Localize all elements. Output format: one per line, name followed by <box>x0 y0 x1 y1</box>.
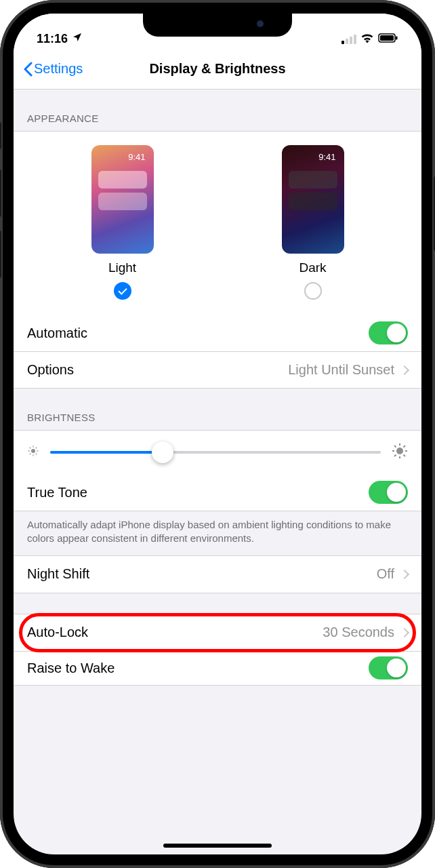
notch <box>143 14 292 37</box>
auto-lock-label: Auto-Lock <box>27 625 88 640</box>
preview-time: 9:41 <box>128 152 145 162</box>
svg-point-3 <box>31 449 35 453</box>
navigation-bar: Settings Display & Brightness <box>14 49 421 90</box>
light-radio[interactable] <box>114 282 131 300</box>
brightness-header: BRIGHTNESS <box>14 389 421 430</box>
svg-line-18 <box>404 455 406 457</box>
automatic-label: Automatic <box>27 326 87 341</box>
dark-label: Dark <box>299 260 326 275</box>
options-value: Light Until Sunset <box>288 362 394 378</box>
automatic-row: Automatic <box>14 315 421 351</box>
night-shift-value: Off <box>377 566 394 582</box>
raise-to-wake-row: Raise to Wake <box>14 651 421 685</box>
battery-icon <box>378 33 398 45</box>
true-tone-row: True Tone <box>14 474 421 511</box>
true-tone-label: True Tone <box>27 485 87 500</box>
options-row[interactable]: Options Light Until Sunset <box>14 351 421 388</box>
cellular-signal-icon <box>341 35 356 44</box>
home-indicator[interactable] <box>163 844 272 848</box>
automatic-toggle[interactable] <box>369 321 408 344</box>
svg-line-17 <box>394 446 396 448</box>
night-shift-label: Night Shift <box>27 566 89 582</box>
chevron-right-icon <box>400 569 409 578</box>
svg-line-11 <box>36 448 37 449</box>
auto-lock-value: 30 Seconds <box>323 625 394 640</box>
svg-rect-1 <box>380 35 394 41</box>
chevron-left-icon <box>23 62 33 77</box>
light-preview: 9:41 <box>91 145 154 254</box>
svg-line-9 <box>36 454 37 455</box>
brightness-slider[interactable] <box>50 451 381 454</box>
true-tone-toggle[interactable] <box>369 481 408 504</box>
svg-line-20 <box>404 446 406 448</box>
wifi-icon <box>360 33 374 46</box>
preview-time: 9:41 <box>318 152 335 162</box>
svg-point-12 <box>396 448 403 454</box>
brightness-thumb[interactable] <box>152 441 173 463</box>
volume-up-button <box>0 170 1 217</box>
raise-to-wake-label: Raise to Wake <box>27 660 115 676</box>
chevron-right-icon <box>400 627 409 637</box>
sun-small-icon <box>27 445 39 460</box>
phone-frame: 11:16 Settings <box>0 0 435 868</box>
back-button[interactable]: Settings <box>23 61 83 77</box>
dark-preview: 9:41 <box>282 145 344 254</box>
volume-down-button <box>0 231 1 278</box>
dark-radio[interactable] <box>304 282 322 300</box>
appearance-header: APPEARANCE <box>14 90 421 131</box>
screen: 11:16 Settings <box>14 14 421 854</box>
location-icon <box>72 32 83 46</box>
sun-large-icon <box>392 443 408 462</box>
raise-to-wake-toggle[interactable] <box>369 656 408 679</box>
true-tone-footer: Automatically adapt iPhone display based… <box>14 511 421 555</box>
light-label: Light <box>108 260 136 275</box>
auto-lock-row[interactable]: Auto-Lock 30 Seconds <box>14 614 421 651</box>
svg-line-10 <box>30 454 31 455</box>
back-label: Settings <box>34 61 83 77</box>
appearance-option-light[interactable]: 9:41 Light <box>91 145 154 300</box>
mute-switch <box>0 122 1 149</box>
night-shift-row[interactable]: Night Shift Off <box>14 556 421 593</box>
appearance-option-dark[interactable]: 9:41 Dark <box>282 145 344 300</box>
brightness-slider-row <box>14 430 421 474</box>
svg-rect-2 <box>396 37 398 40</box>
svg-line-19 <box>394 455 396 457</box>
svg-line-8 <box>30 448 31 449</box>
options-label: Options <box>27 362 74 378</box>
chevron-right-icon <box>400 365 409 374</box>
appearance-selector: 9:41 Light 9:41 Dark <box>14 131 421 315</box>
status-time: 11:16 <box>37 32 68 46</box>
page-title: Display & Brightness <box>149 61 285 77</box>
content: APPEARANCE 9:41 Light 9:41 <box>14 90 421 686</box>
